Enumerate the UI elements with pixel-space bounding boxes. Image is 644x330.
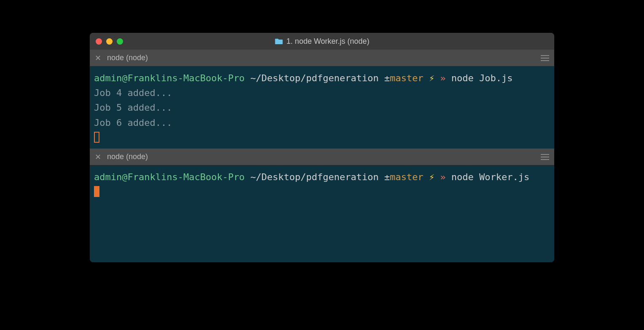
prompt-arrow: » [440,170,445,184]
tab-label[interactable]: node (node) [107,53,148,62]
close-icon[interactable]: ✕ [95,54,101,62]
output-line: Job 4 added... [94,85,550,100]
prompt-path: ~/Desktop/pdfgeneration [250,170,379,184]
branch-symbol: ± [384,170,390,184]
prompt-user-host: admin@Franklins-MacBook-Pro [94,170,245,184]
output-line: Job 5 added... [94,100,550,115]
prompt-command: node Worker.js [451,170,529,184]
bolt-icon: ⚡ [429,170,435,184]
prompt-command: node Job.js [451,71,513,85]
window-title: 1. node Worker.js (node) [275,37,370,46]
folder-icon [275,38,283,45]
terminal-window: 1. node Worker.js (node) ✕ node (node) a… [90,33,554,262]
hamburger-icon[interactable] [541,55,549,61]
close-icon[interactable]: ✕ [95,153,101,161]
cursor [94,130,550,145]
cursor [94,184,550,199]
prompt-branch: master [390,170,423,184]
bolt-icon: ⚡ [429,71,435,85]
titlebar[interactable]: 1. node Worker.js (node) [90,33,554,50]
close-button[interactable] [96,38,102,45]
terminal-pane-top[interactable]: admin@Franklins-MacBook-Pro ~/Desktop/pd… [90,67,554,149]
prompt-line: admin@Franklins-MacBook-Pro ~/Desktop/pd… [94,170,550,184]
prompt-line: admin@Franklins-MacBook-Pro ~/Desktop/pd… [94,71,550,85]
prompt-user-host: admin@Franklins-MacBook-Pro [94,71,245,85]
window-title-text: 1. node Worker.js (node) [287,37,370,46]
traffic-lights [96,38,123,45]
prompt-arrow: » [440,71,445,85]
prompt-branch: master [390,71,423,85]
tab-bar-bottom: ✕ node (node) [90,149,554,165]
hamburger-icon[interactable] [541,154,549,160]
prompt-path: ~/Desktop/pdfgeneration [250,71,379,85]
maximize-button[interactable] [117,38,123,45]
branch-symbol: ± [384,71,390,85]
terminal-pane-bottom[interactable]: admin@Franklins-MacBook-Pro ~/Desktop/pd… [90,165,554,262]
output-line: Job 6 added... [94,115,550,130]
tab-label[interactable]: node (node) [107,152,148,161]
minimize-button[interactable] [106,38,113,45]
tab-bar-top: ✕ node (node) [90,50,554,67]
